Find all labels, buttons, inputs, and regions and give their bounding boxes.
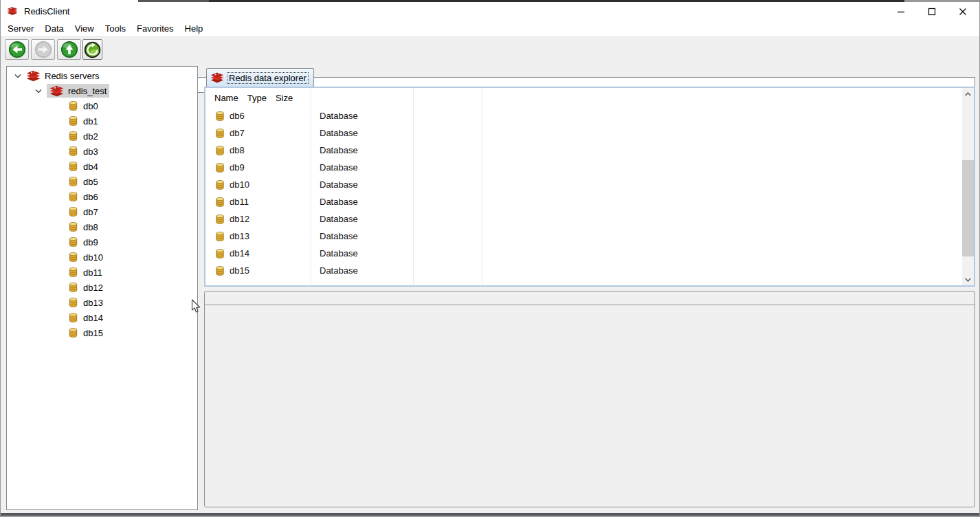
tree-item[interactable]: redis_test	[7, 83, 197, 98]
table-row[interactable]: db7 Database	[205, 124, 974, 142]
menu-item[interactable]: Data	[39, 22, 69, 35]
cell-name: db15	[205, 265, 311, 276]
cell-name: db12	[205, 214, 311, 225]
tree-item[interactable]: db10	[7, 250, 197, 265]
tree-item-label: redis_test	[68, 86, 107, 96]
back-button[interactable]	[5, 39, 29, 60]
tree-item[interactable]: db1	[7, 113, 197, 129]
app-window: RedisClient Server Data View Tools Favor…	[0, 0, 980, 517]
database-icon	[67, 161, 79, 172]
chevron-down-icon[interactable]	[51, 300, 67, 305]
chevron-down-icon[interactable]	[51, 316, 67, 320]
tree-item-label: db8	[83, 222, 98, 232]
cell-type: Database	[311, 197, 413, 207]
minimize-button[interactable]	[885, 2, 916, 21]
cell-name: db6	[205, 111, 311, 122]
data-explorer-table: Name Type Size db6 Database	[204, 87, 975, 287]
column-separator	[311, 88, 311, 285]
redis-icon	[210, 72, 224, 84]
tree-item[interactable]: db6	[7, 189, 197, 204]
column-header[interactable]: Name	[205, 93, 238, 103]
tab-redis-data-explorer[interactable]: Redis data explorer	[206, 68, 314, 87]
tree-item[interactable]: db0	[7, 98, 197, 113]
tree-item[interactable]: db3	[7, 144, 197, 159]
scrollbar-thumb[interactable]	[962, 160, 974, 256]
chevron-down-icon[interactable]	[51, 119, 67, 124]
forward-button[interactable]	[31, 39, 55, 60]
tree-item[interactable]: db7	[7, 204, 197, 219]
table-row[interactable]: db8 Database	[205, 142, 974, 159]
chevron-down-icon[interactable]	[51, 149, 67, 154]
menu-item[interactable]: Server	[2, 22, 39, 35]
table-row[interactable]: db6 Database	[205, 107, 974, 124]
database-icon	[214, 179, 225, 190]
table-row[interactable]: db14 Database	[205, 245, 974, 262]
row-name-label: db9	[230, 162, 245, 173]
tree-item[interactable]: db8	[7, 219, 197, 234]
tree-item[interactable]: db5	[7, 174, 197, 189]
maximize-button[interactable]	[916, 2, 947, 21]
menu-item[interactable]: View	[69, 22, 100, 35]
database-icon	[67, 116, 79, 126]
window-title: RedisClient	[24, 6, 69, 16]
chevron-down-icon[interactable]	[51, 195, 67, 199]
detail-panel	[204, 291, 975, 507]
tree-item[interactable]: db14	[7, 310, 197, 325]
tree-item-label: db14	[83, 313, 103, 323]
chevron-down-icon[interactable]	[51, 331, 67, 336]
chevron-down-icon[interactable]	[51, 225, 67, 230]
vertical-scrollbar[interactable]	[962, 88, 974, 285]
tree-item-label: db9	[83, 237, 98, 248]
tree-item[interactable]: db15	[7, 325, 197, 340]
up-button[interactable]	[57, 39, 81, 60]
database-icon	[214, 265, 225, 276]
detail-panel-header	[205, 292, 975, 305]
cell-type: Database	[311, 128, 413, 138]
row-name-label: db15	[230, 265, 249, 276]
chevron-down-icon[interactable]	[51, 164, 67, 169]
table-row[interactable]: db12 Database	[205, 210, 974, 228]
table-row[interactable]: db10 Database	[205, 176, 974, 193]
database-icon	[67, 221, 79, 232]
chevron-down-icon[interactable]	[51, 134, 67, 139]
scroll-up-button[interactable]	[962, 88, 974, 100]
table-row[interactable]: db15 Database	[205, 262, 974, 279]
row-name-label: db12	[230, 214, 249, 224]
refresh-button[interactable]	[82, 39, 102, 60]
cell-type: Database	[311, 179, 413, 190]
scroll-down-button[interactable]	[962, 274, 974, 285]
menu-item[interactable]: Tools	[100, 22, 131, 35]
tree-item[interactable]: Redis servers	[7, 68, 197, 83]
tree-item[interactable]: db13	[7, 295, 197, 310]
tree-item[interactable]: db12	[7, 280, 197, 295]
chevron-down-icon[interactable]	[51, 255, 67, 260]
cell-type: Database	[311, 214, 413, 224]
cell-name: db14	[205, 248, 311, 259]
table-row[interactable]: db13 Database	[205, 228, 974, 245]
close-button[interactable]	[947, 2, 978, 21]
chevron-down-icon[interactable]	[10, 74, 26, 78]
tree-item[interactable]: db11	[7, 265, 197, 280]
row-name-label: db13	[230, 231, 249, 241]
chevron-down-icon[interactable]	[51, 104, 67, 109]
menu-item[interactable]: Favorites	[131, 22, 179, 35]
column-header[interactable]: Size	[267, 93, 293, 103]
table-row[interactable]: db9 Database	[205, 159, 974, 176]
database-icon	[214, 197, 225, 208]
chevron-down-icon[interactable]	[51, 179, 67, 184]
cell-name: db8	[205, 145, 311, 156]
table-row[interactable]: db11 Database	[205, 193, 974, 210]
tree-item[interactable]: db9	[7, 234, 197, 250]
chevron-down-icon[interactable]	[51, 210, 67, 214]
cell-name: db13	[205, 231, 311, 242]
chevron-down-icon[interactable]	[51, 270, 67, 275]
tree-item[interactable]: db2	[7, 129, 197, 144]
chevron-down-icon[interactable]	[30, 89, 47, 94]
chevron-down-icon[interactable]	[51, 240, 67, 245]
menu-item[interactable]: Help	[179, 22, 209, 35]
column-header[interactable]: Type	[238, 93, 267, 103]
database-icon	[214, 214, 225, 225]
chevron-down-icon[interactable]	[51, 285, 67, 290]
database-icon	[67, 312, 79, 323]
tree-item[interactable]: db4	[7, 159, 197, 174]
